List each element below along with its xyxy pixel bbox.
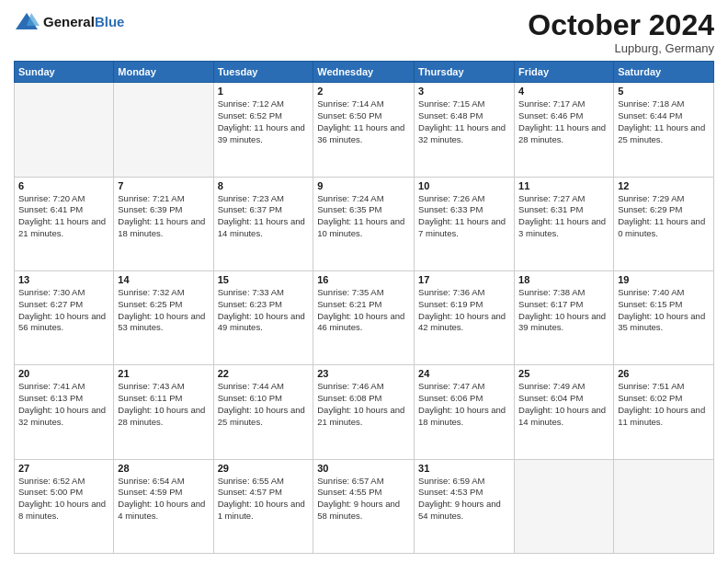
day-number: 25 [518,368,609,379]
day-info: Sunrise: 7:24 AM Sunset: 6:35 PM Dayligh… [317,193,410,240]
day-info: Sunrise: 7:44 AM Sunset: 6:10 PM Dayligh… [218,381,310,428]
calendar-cell: 26Sunrise: 7:51 AM Sunset: 6:02 PM Dayli… [614,365,714,459]
calendar-cell: 18Sunrise: 7:38 AM Sunset: 6:17 PM Dayli… [515,270,614,364]
col-tuesday: Tuesday [213,62,313,83]
calendar-cell: 10Sunrise: 7:26 AM Sunset: 6:33 PM Dayli… [415,177,515,270]
day-info: Sunrise: 7:15 AM Sunset: 6:48 PM Dayligh… [418,98,510,145]
day-number: 19 [618,274,710,285]
calendar-week-5: 27Sunrise: 6:52 AM Sunset: 5:00 PM Dayli… [15,459,714,553]
day-number: 3 [418,86,510,97]
calendar-cell: 6Sunrise: 7:20 AM Sunset: 6:41 PM Daylig… [15,177,114,270]
calendar-cell [15,83,114,177]
day-number: 22 [218,368,310,379]
day-info: Sunrise: 7:41 AM Sunset: 6:13 PM Dayligh… [18,381,109,428]
calendar-week-4: 20Sunrise: 7:41 AM Sunset: 6:13 PM Dayli… [15,365,714,459]
day-number: 10 [418,180,510,191]
calendar-cell: 25Sunrise: 7:49 AM Sunset: 6:04 PM Dayli… [515,365,614,459]
calendar-cell: 3Sunrise: 7:15 AM Sunset: 6:48 PM Daylig… [415,83,515,177]
day-number: 13 [18,274,109,285]
calendar-body: 1Sunrise: 7:12 AM Sunset: 6:52 PM Daylig… [15,83,714,554]
day-info: Sunrise: 7:51 AM Sunset: 6:02 PM Dayligh… [618,381,710,428]
calendar-cell [614,459,714,553]
day-number: 21 [118,368,209,379]
day-number: 18 [518,274,609,285]
day-number: 5 [618,86,710,97]
day-info: Sunrise: 7:21 AM Sunset: 6:39 PM Dayligh… [118,193,209,240]
day-info: Sunrise: 7:32 AM Sunset: 6:25 PM Dayligh… [118,287,209,334]
day-info: Sunrise: 7:36 AM Sunset: 6:19 PM Dayligh… [418,287,510,334]
calendar-cell: 28Sunrise: 6:54 AM Sunset: 4:59 PM Dayli… [114,459,213,553]
calendar-cell: 27Sunrise: 6:52 AM Sunset: 5:00 PM Dayli… [15,459,114,553]
day-info: Sunrise: 7:18 AM Sunset: 6:44 PM Dayligh… [618,98,710,145]
day-info: Sunrise: 7:29 AM Sunset: 6:29 PM Dayligh… [618,193,710,240]
logo-text: GeneralBlue [43,14,124,30]
calendar-cell: 20Sunrise: 7:41 AM Sunset: 6:13 PM Dayli… [15,365,114,459]
calendar-cell [515,459,614,553]
day-number: 11 [518,180,609,191]
day-number: 2 [317,86,410,97]
day-number: 28 [118,463,209,474]
calendar-cell: 30Sunrise: 6:57 AM Sunset: 4:55 PM Dayli… [313,459,415,553]
day-info: Sunrise: 7:40 AM Sunset: 6:15 PM Dayligh… [618,287,710,334]
day-number: 17 [418,274,510,285]
day-info: Sunrise: 7:20 AM Sunset: 6:41 PM Dayligh… [18,193,109,240]
day-info: Sunrise: 7:33 AM Sunset: 6:23 PM Dayligh… [218,287,310,334]
day-info: Sunrise: 7:35 AM Sunset: 6:21 PM Dayligh… [317,287,410,334]
col-friday: Friday [515,62,614,83]
day-number: 12 [618,180,710,191]
calendar-cell: 21Sunrise: 7:43 AM Sunset: 6:11 PM Dayli… [114,365,213,459]
calendar-cell: 19Sunrise: 7:40 AM Sunset: 6:15 PM Dayli… [614,270,714,364]
day-info: Sunrise: 6:55 AM Sunset: 4:57 PM Dayligh… [218,476,310,523]
day-number: 23 [317,368,410,379]
day-number: 7 [118,180,209,191]
col-monday: Monday [114,62,213,83]
calendar-cell: 4Sunrise: 7:17 AM Sunset: 6:46 PM Daylig… [515,83,614,177]
day-info: Sunrise: 6:52 AM Sunset: 5:00 PM Dayligh… [18,476,109,523]
calendar-cell: 12Sunrise: 7:29 AM Sunset: 6:29 PM Dayli… [614,177,714,270]
day-info: Sunrise: 7:17 AM Sunset: 6:46 PM Dayligh… [518,98,609,145]
day-number: 4 [518,86,609,97]
calendar-cell: 24Sunrise: 7:47 AM Sunset: 6:06 PM Dayli… [415,365,515,459]
day-info: Sunrise: 6:54 AM Sunset: 4:59 PM Dayligh… [118,476,209,523]
calendar-cell: 15Sunrise: 7:33 AM Sunset: 6:23 PM Dayli… [213,270,313,364]
day-number: 14 [118,274,209,285]
calendar-cell: 2Sunrise: 7:14 AM Sunset: 6:50 PM Daylig… [313,83,415,177]
col-sunday: Sunday [15,62,114,83]
calendar-header: Sunday Monday Tuesday Wednesday Thursday… [15,62,714,83]
calendar-cell: 1Sunrise: 7:12 AM Sunset: 6:52 PM Daylig… [213,83,313,177]
calendar-cell: 13Sunrise: 7:30 AM Sunset: 6:27 PM Dayli… [15,270,114,364]
day-number: 1 [218,86,310,97]
title-block: October 2024 Lupburg, Germany [528,9,714,55]
day-info: Sunrise: 7:27 AM Sunset: 6:31 PM Dayligh… [518,193,609,240]
calendar-cell: 17Sunrise: 7:36 AM Sunset: 6:19 PM Dayli… [415,270,515,364]
calendar-cell: 5Sunrise: 7:18 AM Sunset: 6:44 PM Daylig… [614,83,714,177]
location: Lupburg, Germany [528,41,714,55]
day-info: Sunrise: 7:30 AM Sunset: 6:27 PM Dayligh… [18,287,109,334]
calendar-cell: 16Sunrise: 7:35 AM Sunset: 6:21 PM Dayli… [313,270,415,364]
calendar-cell: 14Sunrise: 7:32 AM Sunset: 6:25 PM Dayli… [114,270,213,364]
day-number: 29 [218,463,310,474]
calendar-cell: 23Sunrise: 7:46 AM Sunset: 6:08 PM Dayli… [313,365,415,459]
calendar-cell: 8Sunrise: 7:23 AM Sunset: 6:37 PM Daylig… [213,177,313,270]
calendar-cell: 11Sunrise: 7:27 AM Sunset: 6:31 PM Dayli… [515,177,614,270]
day-info: Sunrise: 6:59 AM Sunset: 4:53 PM Dayligh… [418,476,510,523]
day-info: Sunrise: 7:23 AM Sunset: 6:37 PM Dayligh… [218,193,310,240]
calendar-cell: 22Sunrise: 7:44 AM Sunset: 6:10 PM Dayli… [213,365,313,459]
day-number: 30 [317,463,410,474]
header: GeneralBlue October 2024 Lupburg, German… [14,9,714,55]
calendar-week-1: 1Sunrise: 7:12 AM Sunset: 6:52 PM Daylig… [15,83,714,177]
day-number: 27 [18,463,109,474]
day-number: 9 [317,180,410,191]
calendar-cell: 31Sunrise: 6:59 AM Sunset: 4:53 PM Dayli… [415,459,515,553]
calendar-cell: 9Sunrise: 7:24 AM Sunset: 6:35 PM Daylig… [313,177,415,270]
col-wednesday: Wednesday [313,62,415,83]
day-number: 31 [418,463,510,474]
day-info: Sunrise: 7:43 AM Sunset: 6:11 PM Dayligh… [118,381,209,428]
day-info: Sunrise: 7:26 AM Sunset: 6:33 PM Dayligh… [418,193,510,240]
col-saturday: Saturday [614,62,714,83]
day-number: 20 [18,368,109,379]
weekday-row: Sunday Monday Tuesday Wednesday Thursday… [15,62,714,83]
day-info: Sunrise: 7:38 AM Sunset: 6:17 PM Dayligh… [518,287,609,334]
day-info: Sunrise: 7:49 AM Sunset: 6:04 PM Dayligh… [518,381,609,428]
day-number: 26 [618,368,710,379]
